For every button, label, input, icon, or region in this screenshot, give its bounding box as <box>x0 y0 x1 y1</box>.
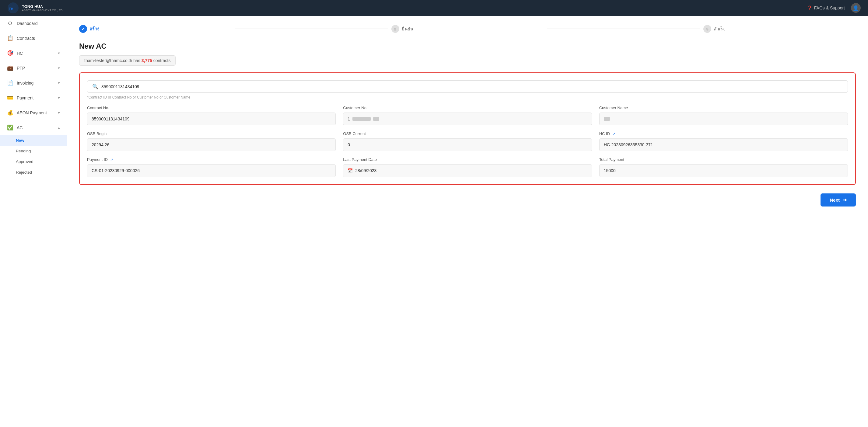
sidebar-item-label: Dashboard <box>17 21 38 26</box>
chevron-down-icon: ▼ <box>57 81 61 85</box>
search-bar[interactable]: 🔍 <box>87 80 848 93</box>
step-line-1 <box>235 29 388 29</box>
form-grid: Contract No. 8590001131434109 Customer N… <box>87 105 848 177</box>
invoicing-icon: 📄 <box>7 80 13 86</box>
sidebar-item-label: AEON Payment <box>17 110 47 115</box>
aeon-payment-icon: 💰 <box>7 109 13 116</box>
value-hc-id: HC-20230926335330-371 <box>599 138 848 151</box>
value-customer-no: 1 <box>343 112 592 125</box>
contract-no-text: 8590001131434109 <box>92 117 130 121</box>
step-3-label: สำเร็จ <box>714 25 725 33</box>
form-card: 🔍 *Contract ID or Contract No or Custome… <box>79 72 856 185</box>
customer-no-text: 1 <box>347 117 350 121</box>
field-total-payment: Total Payment 15000 <box>599 157 848 177</box>
label-last-payment-date: Last Payment Date <box>343 157 592 162</box>
value-last-payment-date: 📅 28/09/2023 <box>343 164 592 177</box>
blurred-customer-name <box>604 117 610 121</box>
last-payment-date-text: 28/09/2023 <box>355 168 376 173</box>
sidebar-item-invoicing[interactable]: 📄 Invoicing ▼ <box>0 75 67 90</box>
next-label: Next <box>830 197 840 202</box>
chevron-down-icon: ▼ <box>57 111 61 114</box>
step-1-label: สร้าง <box>90 25 99 33</box>
value-customer-name <box>599 112 848 125</box>
value-total-payment: 15000 <box>599 164 848 177</box>
logo-name: TONG HUA <box>22 4 63 9</box>
badge-count: 3,775 <box>142 58 152 63</box>
sidebar-item-label: PTP <box>17 66 25 71</box>
page-title: New AC <box>79 42 856 51</box>
external-link-icon-2[interactable]: ↗ <box>110 158 113 162</box>
sidebar-item-ac[interactable]: ✅ AC ▲ <box>0 120 67 135</box>
faqs-support-button[interactable]: ❓ FAQs & Support <box>807 5 845 10</box>
sidebar-item-aeon-payment[interactable]: 💰 AEON Payment ▼ <box>0 105 67 120</box>
field-last-payment-date: Last Payment Date 📅 28/09/2023 <box>343 157 592 177</box>
sidebar-sub-item-rejected[interactable]: Rejected <box>0 167 67 177</box>
step-1-circle: ✓ <box>79 25 87 33</box>
label-osb-current: OSB Current <box>343 131 592 136</box>
header: TH TONG HUA ASSET MANAGEMENT CO.,LTD. ❓ … <box>0 0 868 16</box>
label-hc-id: HC ID ↗ <box>599 131 848 136</box>
question-icon: ❓ <box>807 5 812 10</box>
step-2-label: ยืนยัน <box>402 25 413 33</box>
logo-sub: ASSET MANAGEMENT CO.,LTD. <box>22 9 63 12</box>
ac-icon: ✅ <box>7 124 13 131</box>
field-hc-id: HC ID ↗ HC-20230926335330-371 <box>599 131 848 151</box>
step-2: 2 ยืนยัน <box>392 25 544 33</box>
label-contract-no: Contract No. <box>87 105 336 110</box>
total-payment-text: 15000 <box>604 168 616 173</box>
value-osb-current: 0 <box>343 138 592 151</box>
field-contract-no: Contract No. 8590001131434109 <box>87 105 336 125</box>
calendar-icon: 📅 <box>347 168 353 173</box>
step-1: ✓ สร้าง <box>79 25 231 33</box>
blurred-customer-no-sm <box>373 117 379 121</box>
chevron-down-icon: ▼ <box>57 66 61 70</box>
sidebar-item-label: Invoicing <box>17 80 33 86</box>
chevron-down-icon: ▼ <box>57 52 61 55</box>
sub-item-label: New <box>16 138 24 143</box>
payment-id-label-text: Payment ID <box>87 157 108 162</box>
osb-current-text: 0 <box>347 142 350 147</box>
field-osb-begin: OSB Begin 20294.26 <box>87 131 336 151</box>
field-customer-name: Customer Name <box>599 105 848 125</box>
value-contract-no: 8590001131434109 <box>87 112 336 125</box>
value-osb-begin: 20294.26 <box>87 138 336 151</box>
sidebar-item-contracts[interactable]: 📋 Contracts <box>0 31 67 45</box>
sidebar-item-hc[interactable]: 🎯 HC ▼ <box>0 45 67 61</box>
payment-icon: 💳 <box>7 95 13 101</box>
header-right: ❓ FAQs & Support 👤 <box>807 3 861 13</box>
sub-item-label: Pending <box>16 149 31 153</box>
main-content: ✓ สร้าง 2 ยืนยัน 3 สำเร็จ New AC tham-te… <box>67 16 868 427</box>
sidebar-sub-item-approved[interactable]: Approved <box>0 156 67 167</box>
external-link-icon[interactable]: ↗ <box>612 132 615 136</box>
sidebar-item-dashboard[interactable]: ⊙ Dashboard <box>0 16 67 31</box>
badge-suffix: contracts <box>153 58 171 63</box>
sub-item-label: Approved <box>16 159 33 164</box>
support-label: FAQs & Support <box>814 5 845 10</box>
next-button[interactable]: Next ➜ <box>820 193 856 206</box>
hc-icon: 🎯 <box>7 50 13 56</box>
sidebar: ⊙ Dashboard 📋 Contracts 🎯 HC ▼ 💼 PTP ▼ 📄… <box>0 16 67 427</box>
hc-id-label-text: HC ID <box>599 131 610 136</box>
step-line-2 <box>547 29 700 29</box>
logo: TH TONG HUA ASSET MANAGEMENT CO.,LTD. <box>7 2 63 14</box>
search-hint: *Contract ID or Contract No or Customer … <box>87 95 848 99</box>
user-avatar[interactable]: 👤 <box>851 3 861 13</box>
sidebar-sub-item-pending[interactable]: Pending <box>0 146 67 156</box>
sidebar-sub-item-new[interactable]: New <box>0 135 67 146</box>
sidebar-item-payment[interactable]: 💳 Payment ▼ <box>0 90 67 105</box>
payment-id-text: CS-01-20230929-000026 <box>92 168 140 173</box>
info-badge: tham-tester@thamc.co.th has 3,775 contra… <box>79 55 176 66</box>
field-payment-id: Payment ID ↗ CS-01-20230929-000026 <box>87 157 336 177</box>
label-payment-id: Payment ID ↗ <box>87 157 336 162</box>
step-2-circle: 2 <box>392 25 399 33</box>
sidebar-item-label: HC <box>17 51 23 56</box>
chevron-down-icon: ▼ <box>57 96 61 100</box>
label-customer-no: Customer No. <box>343 105 592 110</box>
field-osb-current: OSB Current 0 <box>343 131 592 151</box>
ptp-icon: 💼 <box>7 65 13 71</box>
chevron-up-icon: ▲ <box>57 126 61 130</box>
value-payment-id: CS-01-20230929-000026 <box>87 164 336 177</box>
search-input[interactable] <box>101 84 843 89</box>
sidebar-item-ptp[interactable]: 💼 PTP ▼ <box>0 61 67 75</box>
blurred-customer-no <box>352 117 371 121</box>
